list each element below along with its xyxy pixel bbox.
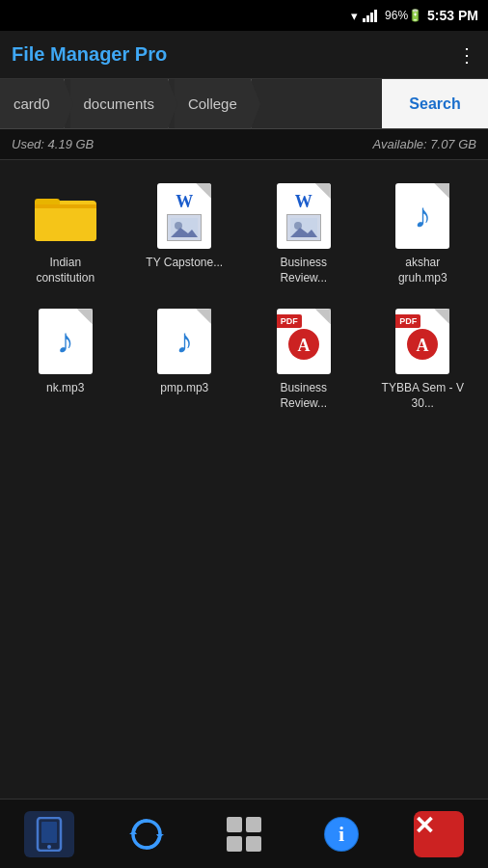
word-doc-icon: W bbox=[271, 181, 337, 251]
grid-view-button[interactable] bbox=[205, 806, 283, 862]
music-file-icon: ♪ bbox=[151, 307, 217, 376]
breadcrumb-documents[interactable]: documents bbox=[70, 79, 169, 128]
svg-rect-8 bbox=[35, 204, 96, 208]
wifi-icon: ▾ bbox=[351, 9, 358, 23]
list-item[interactable]: ♪ pmp.mp3 bbox=[127, 301, 243, 417]
svg-point-19 bbox=[47, 845, 51, 849]
files-grid: Indian constitution W TY Capstone... bbox=[0, 160, 488, 432]
storage-available: Available: 7.07 GB bbox=[373, 137, 476, 151]
refresh-icon bbox=[127, 815, 166, 854]
music-file-icon: ♪ bbox=[33, 307, 98, 376]
file-name: Business Review... bbox=[261, 381, 346, 411]
music-file-icon: ♪ bbox=[390, 181, 455, 251]
svg-rect-0 bbox=[363, 18, 366, 22]
file-name: TY Capstone... bbox=[146, 256, 223, 271]
svg-rect-7 bbox=[35, 204, 96, 241]
svg-rect-3 bbox=[374, 10, 377, 22]
breadcrumb-card0[interactable]: card0 bbox=[0, 79, 65, 128]
signal-icon bbox=[363, 9, 380, 22]
grid-icon bbox=[227, 817, 261, 852]
file-name: TYBBA Sem - V 30... bbox=[380, 381, 465, 411]
folder-icon bbox=[33, 181, 98, 251]
info-icon: i bbox=[322, 815, 361, 854]
status-icons: ▾ 96%🔋 5:53 PM bbox=[351, 8, 478, 23]
refresh-button[interactable] bbox=[108, 806, 185, 862]
storage-used: Used: 4.19 GB bbox=[12, 137, 94, 151]
list-item[interactable]: PDF A TYBBA Sem - V 30... bbox=[366, 301, 481, 417]
svg-text:A: A bbox=[297, 336, 310, 355]
list-item[interactable]: W Business Review... bbox=[246, 176, 362, 291]
svg-rect-2 bbox=[370, 13, 373, 22]
word-doc-icon: W bbox=[151, 181, 217, 251]
close-icon: ✕ bbox=[414, 811, 464, 857]
breadcrumb-bar: card0 documents College Search bbox=[0, 79, 488, 129]
svg-text:i: i bbox=[339, 822, 344, 846]
list-item[interactable]: W TY Capstone... bbox=[127, 176, 243, 291]
list-item[interactable]: ♪ nk.mp3 bbox=[8, 301, 123, 417]
more-menu-icon[interactable]: ⋮ bbox=[457, 43, 476, 67]
status-bar: ▾ 96%🔋 5:53 PM bbox=[0, 0, 488, 31]
list-item[interactable]: Indian constitution bbox=[8, 176, 123, 291]
file-name: Business Review... bbox=[261, 256, 346, 285]
list-item[interactable]: PDF A Business Review... bbox=[246, 301, 362, 417]
device-icon bbox=[24, 811, 74, 857]
svg-text:A: A bbox=[417, 336, 429, 355]
close-button[interactable]: ✕ bbox=[400, 806, 477, 862]
breadcrumb-college[interactable]: College bbox=[175, 79, 252, 128]
battery-icon: 96%🔋 bbox=[385, 9, 422, 22]
device-button[interactable] bbox=[11, 806, 88, 862]
app-title: File Manager Pro bbox=[12, 43, 167, 66]
svg-rect-18 bbox=[41, 822, 57, 843]
search-button[interactable]: Search bbox=[382, 79, 488, 128]
file-name: pmp.mp3 bbox=[160, 381, 208, 396]
pdf-file-icon: PDF A bbox=[390, 307, 455, 376]
info-button[interactable]: i bbox=[303, 806, 380, 862]
storage-bar: Used: 4.19 GB Available: 7.07 GB bbox=[0, 129, 488, 160]
pdf-file-icon: PDF A bbox=[271, 307, 337, 376]
file-name: akshar gruh.mp3 bbox=[380, 256, 465, 285]
file-name: Indian constitution bbox=[23, 256, 108, 285]
svg-rect-1 bbox=[366, 15, 369, 22]
file-name: nk.mp3 bbox=[46, 381, 84, 396]
header-bar: File Manager Pro ⋮ bbox=[0, 31, 488, 79]
bottom-toolbar: i ✕ bbox=[0, 799, 488, 868]
status-time: 5:53 PM bbox=[427, 8, 478, 23]
list-item[interactable]: ♪ akshar gruh.mp3 bbox=[366, 176, 481, 291]
